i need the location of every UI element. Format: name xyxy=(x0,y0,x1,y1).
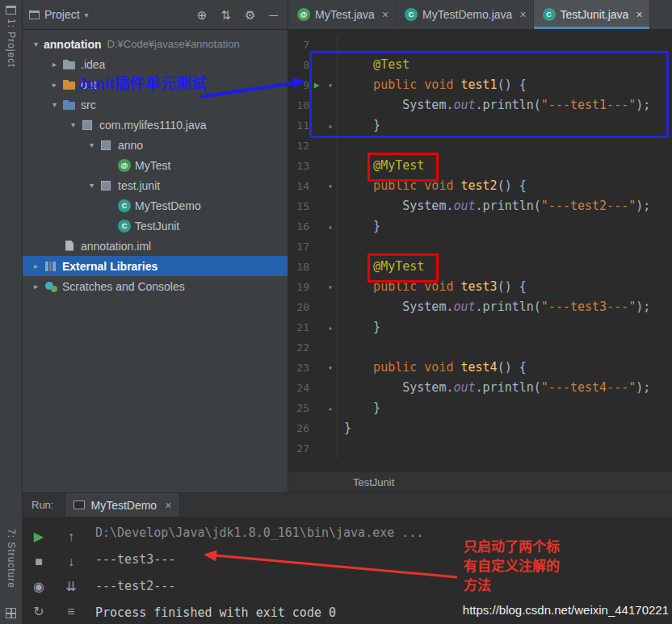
gutter-spacer xyxy=(309,216,324,237)
gutter-spacer xyxy=(324,257,338,277)
tab-label: MyTestDemo.java xyxy=(422,8,512,21)
code-text xyxy=(338,337,344,358)
close-icon[interactable]: × xyxy=(165,499,171,512)
gutter-spacer xyxy=(324,237,338,257)
tree-item-scratches-and-consoles[interactable]: ▸Scratches and Consoles xyxy=(23,276,288,296)
tree-item-annotation[interactable]: ▾annotationD:¥Code¥javase¥annotation xyxy=(23,34,288,54)
restore-layout-icon[interactable]: ↻ xyxy=(23,599,55,624)
gutter-spacer xyxy=(309,237,324,257)
folder-icon xyxy=(62,58,77,71)
chevron-icon[interactable]: ▸ xyxy=(47,80,62,89)
tree-item-external-libraries[interactable]: ▸External Libraries xyxy=(23,256,288,276)
chevron-icon[interactable]: ▾ xyxy=(84,181,99,190)
tree-item-com-mylifes1110-java[interactable]: ▾com.mylifes1110.java xyxy=(23,115,288,135)
line-number: 12 xyxy=(288,136,309,156)
tree-item-label: com.mylifes1110.java xyxy=(99,119,207,132)
annotation-icon: @ xyxy=(118,159,131,172)
fold-open-icon[interactable]: ▾ xyxy=(324,277,338,297)
code-text: System.out.println("---test2---"); xyxy=(338,196,650,216)
run-label: Run: xyxy=(32,499,53,511)
gutter-spacer xyxy=(309,176,324,196)
tab-testjunit-java[interactable]: CTestJunit.java× xyxy=(534,0,650,29)
gutter-spacer xyxy=(309,358,324,378)
close-icon[interactable]: × xyxy=(519,8,526,21)
tree-item-test-junit[interactable]: ▾test.junit xyxy=(23,175,288,195)
annotation-result-note: 只启动了两个标 有自定义注解的 方法 xyxy=(464,538,560,596)
stop-icon[interactable]: ■ xyxy=(23,549,55,574)
tree-item-testjunit[interactable]: CTestJunit xyxy=(23,216,288,236)
code-line-27: 27 xyxy=(288,438,672,459)
tab-mytestdemo-java[interactable]: CMyTestDemo.java× xyxy=(396,0,533,29)
tab-mytest-java[interactable]: @MyTest.java× xyxy=(288,0,396,29)
fold-close-icon[interactable]: ▴ xyxy=(324,317,338,337)
package-icon xyxy=(99,139,114,152)
line-number: 20 xyxy=(288,297,309,317)
class-icon: C xyxy=(118,220,131,232)
tree-item-anno[interactable]: ▾anno xyxy=(23,135,288,155)
scroll-to-end-icon[interactable]: ⇊ xyxy=(55,574,87,599)
chevron-icon[interactable]: ▸ xyxy=(28,262,44,270)
soft-wrap-icon[interactable]: ≡ xyxy=(55,599,87,624)
project-stripe-button[interactable]: 1: Project xyxy=(0,6,22,68)
tree-item-label: Scratches and Consoles xyxy=(62,280,185,293)
run-tab-mytestdemo[interactable]: MyTestDemo × xyxy=(65,493,180,517)
folder-out-icon xyxy=(62,78,77,91)
console-line: D:\Develop\Java\jdk1.8.0_161\bin\java.ex… xyxy=(95,520,672,547)
chevron-icon[interactable]: ▾ xyxy=(65,120,81,129)
line-number: 27 xyxy=(288,438,309,459)
annotation-icon: @ xyxy=(297,8,310,21)
code-text: } xyxy=(338,398,380,418)
line-number: 19 xyxy=(288,277,309,297)
tree-item-mytest[interactable]: @MyTest xyxy=(23,155,288,175)
scratch-icon xyxy=(44,280,58,293)
hide-panel-icon[interactable]: ─ xyxy=(269,9,278,21)
fold-open-icon[interactable]: ▾ xyxy=(324,176,338,196)
locate-file-icon[interactable]: ⊕ xyxy=(197,9,208,21)
up-stack-trace-icon[interactable]: ↑ xyxy=(55,524,87,549)
structure-stripe-button[interactable]: 7: Structure xyxy=(0,529,22,588)
gutter-spacer xyxy=(324,337,338,358)
gutter-spacer xyxy=(309,257,324,277)
chevron-icon[interactable]: ▾ xyxy=(47,100,62,109)
gutter-spacer xyxy=(309,277,324,297)
toolwindow-switcher-icon[interactable] xyxy=(6,608,16,618)
project-path: D:¥Code¥javase¥annotation xyxy=(107,38,240,50)
line-number: 15 xyxy=(288,196,309,216)
run-toolbar-col-1: ▶■◉↻ xyxy=(23,524,55,624)
code-line-17: 17 xyxy=(288,237,672,257)
project-panel-header: Project ▾ ⊕⇅⚙─ xyxy=(23,0,288,29)
run-toolbar: ▶■◉↻ ↑↓⇊≡ xyxy=(23,517,94,624)
tree-item-annotation-iml[interactable]: annotation.iml xyxy=(23,236,288,256)
line-number: 22 xyxy=(288,337,309,358)
line-number: 17 xyxy=(288,237,309,257)
tree-item-src[interactable]: ▾src xyxy=(23,94,288,115)
tree-item-mytestdemo[interactable]: CMyTestDemo xyxy=(23,195,288,216)
package-icon xyxy=(99,179,114,192)
project-view-selector[interactable]: Project ▾ xyxy=(29,8,89,21)
chevron-icon[interactable]: ▸ xyxy=(28,282,44,291)
run-toolbar-col-2: ↑↓⇊≡ xyxy=(55,524,87,624)
fold-close-icon[interactable]: ▴ xyxy=(324,216,338,237)
breadcrumb-item[interactable]: TestJunit xyxy=(353,476,394,488)
fold-close-icon[interactable]: ▴ xyxy=(324,398,338,418)
down-stack-trace-icon[interactable]: ↓ xyxy=(55,549,87,574)
chevron-icon[interactable]: ▾ xyxy=(28,40,44,48)
code-text: public void test4() { xyxy=(338,358,527,378)
annotation-red-box-1 xyxy=(368,153,439,182)
rerun-icon[interactable]: ▶ xyxy=(23,524,55,549)
chevron-icon[interactable]: ▾ xyxy=(84,140,99,149)
close-icon[interactable]: × xyxy=(636,8,642,21)
project-panel-toolbar: ⊕⇅⚙─ xyxy=(197,9,278,21)
project-view-label: Project xyxy=(44,8,80,21)
line-number: 16 xyxy=(288,216,309,237)
settings-gear-icon[interactable]: ⚙ xyxy=(245,9,255,21)
close-icon[interactable]: × xyxy=(382,8,388,21)
code-text xyxy=(338,136,344,156)
project-toolwindow-icon xyxy=(6,6,16,15)
run-tab-label: MyTestDemo xyxy=(90,499,157,512)
tree-item-idea[interactable]: ▸.idea xyxy=(23,54,288,74)
dump-threads-icon[interactable]: ◉ xyxy=(23,574,55,599)
chevron-icon[interactable]: ▸ xyxy=(47,60,62,69)
fold-open-icon[interactable]: ▾ xyxy=(324,358,338,378)
filter-icon[interactable]: ⇅ xyxy=(220,9,231,21)
